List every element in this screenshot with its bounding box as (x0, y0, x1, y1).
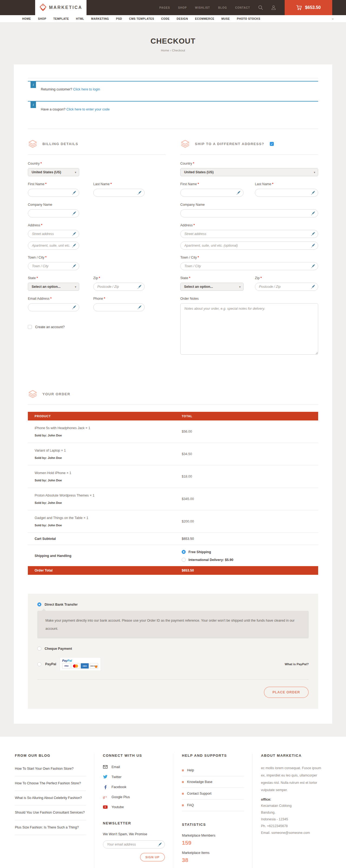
billing-first-name-label: First Name (28, 182, 44, 186)
billing-heading-row: BILLING DETAILS (28, 140, 166, 155)
shipping-first-name-input[interactable] (180, 189, 244, 197)
shipping-apartment-input[interactable] (180, 242, 318, 250)
radio-icon[interactable] (37, 647, 41, 651)
help-link[interactable]: Help (182, 765, 244, 776)
newsletter-email-input[interactable] (103, 840, 165, 848)
signup-button[interactable]: SIGN UP (140, 853, 165, 862)
radio-icon[interactable] (182, 558, 186, 562)
blog-post-link[interactable]: How To Choose The Perfect Fashion Store? (15, 776, 86, 791)
billing-address-label: Address (28, 223, 40, 227)
shipping-last-name-field: Last Name* (255, 182, 318, 197)
breadcrumb-home[interactable]: Home (161, 49, 169, 52)
help-link-label: Contact Support (187, 792, 211, 796)
statistics-heading: STATISTICS (182, 823, 244, 827)
social-link-google-plus[interactable]: Google Plus (103, 795, 165, 799)
shipping-company-input[interactable] (180, 209, 318, 217)
nav-item-design[interactable]: DESIGN (177, 17, 188, 20)
what-is-paypal-link[interactable]: What is PayPal? (285, 662, 309, 666)
stat-items-value: 38 (182, 857, 244, 863)
place-order-button[interactable]: PLACE ORDER (264, 687, 309, 698)
pen-icon (311, 264, 315, 268)
cart-icon (296, 5, 302, 10)
topnav-item-pages[interactable]: PAGES (160, 6, 170, 9)
radio-selected-icon[interactable] (37, 602, 41, 607)
nav-more-icon[interactable]: » (332, 18, 335, 20)
billing-state-label: State (28, 276, 36, 280)
shipping-option-free[interactable]: Free Shipping (182, 550, 318, 554)
payment-method-bank-transfer[interactable]: Direct Bank Transfer (37, 602, 309, 607)
order-notes-textarea[interactable] (180, 303, 318, 355)
blog-post-link[interactable]: Plus Size Fashion: Is There Such a Thing… (15, 820, 86, 835)
shipping-country-select[interactable]: United States (US) ▾ (180, 168, 318, 176)
shipping-heading: SHIP TO A DIFFERENT ADDRESS? (195, 142, 264, 146)
shipping-town-input[interactable] (180, 262, 318, 270)
social-link-twitter[interactable]: Twitter (103, 775, 165, 779)
newsletter-note: We Won't Spam, We Promise (103, 832, 165, 836)
user-icon[interactable] (271, 5, 276, 10)
main-content: i Returning customer? Click here to logi… (0, 64, 346, 737)
shipping-zip-input[interactable] (255, 283, 318, 291)
billing-state-select[interactable]: Select an option... ▾ (28, 283, 79, 291)
social-link-facebook[interactable]: Facebook (103, 785, 165, 789)
billing-last-name-input[interactable] (93, 189, 145, 197)
blog-post-link[interactable]: How To Start Your Own Fashion Store? (15, 765, 86, 776)
help-link[interactable]: Knowladge Base (182, 776, 244, 788)
billing-apartment-input[interactable] (28, 242, 79, 250)
billing-town-input[interactable] (28, 262, 79, 270)
pen-icon (72, 191, 76, 195)
footer-about-column: ABOUT MARKETICA ec mollis lorem consequa… (252, 753, 332, 868)
nav-item-html[interactable]: HTML (76, 17, 84, 20)
nav-item-shop[interactable]: SHOP (38, 17, 46, 20)
radio-icon[interactable] (37, 662, 41, 666)
billing-country-select[interactable]: United States (US) ▾ (28, 168, 79, 176)
radio-selected-icon[interactable] (182, 550, 186, 554)
nav-item-cms-templates[interactable]: CMS TEMPLATES (129, 17, 154, 20)
login-link[interactable]: Click here to login (73, 88, 100, 91)
facebook-icon (103, 785, 108, 789)
create-account-checkbox[interactable] (28, 325, 32, 329)
nav-item-home[interactable]: HOME (22, 17, 31, 20)
payment-method-paypal[interactable]: PayPal PayPal VISA AMEX DISCOVER What is… (37, 658, 309, 671)
social-link-email[interactable]: Email (103, 765, 165, 769)
topnav-item-contact[interactable]: CONTACT (235, 6, 250, 9)
coupon-link[interactable]: Click here to enter your code (67, 107, 110, 111)
billing-first-name-input[interactable] (28, 189, 79, 197)
nav-item-marketing[interactable]: MARKETING (91, 17, 109, 20)
blog-post-link[interactable]: Should You Use Fashion Consultant Servic… (15, 805, 86, 820)
help-link[interactable]: Contact Support (182, 788, 244, 800)
billing-zip-input[interactable] (93, 283, 145, 291)
logo[interactable]: MARKETICA (35, 0, 86, 15)
social-label: Email (112, 765, 120, 769)
nav-item-code[interactable]: CODE (161, 17, 170, 20)
shipping-method-label: Shipping and Handling (28, 554, 182, 558)
topnav-item-shop[interactable]: SHOP (178, 6, 187, 9)
nav-item-template[interactable]: TEMPLATE (53, 17, 69, 20)
help-link[interactable]: FAQ (182, 800, 244, 811)
office-email: Email. someone@someone.com (261, 830, 323, 836)
cart-button[interactable]: $653.50 (285, 0, 332, 15)
nav-item-photo-stocks[interactable]: PHOTO STOCKS (237, 17, 260, 20)
blog-post-link[interactable]: What is So Alluring About Celebrity Fash… (15, 791, 86, 805)
shipping-state-select[interactable]: Select an option... ▾ (180, 283, 244, 291)
ship-different-checkbox[interactable]: ✓ (270, 142, 274, 146)
shipping-street-input[interactable] (180, 230, 318, 238)
breadcrumb-separator: › (170, 49, 171, 52)
nav-item-psd[interactable]: PSD (116, 17, 122, 20)
billing-company-input[interactable] (28, 209, 79, 217)
search-icon[interactable] (258, 5, 263, 10)
social-link-youtube[interactable]: Youtube (103, 805, 165, 809)
order-total-row: Order Total $653.50 (28, 566, 318, 575)
shipping-last-name-input[interactable] (255, 189, 318, 197)
billing-email-input[interactable] (28, 303, 79, 311)
topnav-item-blog[interactable]: BLOG (218, 6, 227, 9)
required-mark: * (194, 223, 195, 227)
product-total: $18.00 (182, 475, 318, 478)
billing-street-input[interactable] (28, 230, 79, 238)
shipping-option-international[interactable]: International Delivery: $5.90 (182, 558, 318, 562)
nav-item-ecommerce[interactable]: ECOMMERCE (195, 17, 214, 20)
column-total: TOTAL (182, 414, 318, 418)
nav-item-muse[interactable]: MUSE (221, 17, 230, 20)
billing-phone-input[interactable] (93, 303, 145, 311)
topnav-item-wishlist[interactable]: WISHLIST (195, 6, 210, 9)
payment-method-cheque[interactable]: Cheque Payment (37, 647, 309, 651)
